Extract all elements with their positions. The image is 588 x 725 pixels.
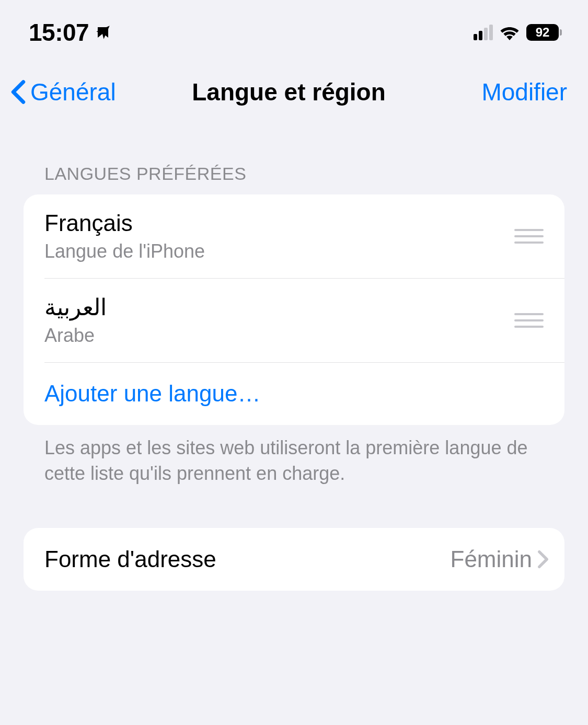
address-form-card: Forme d'adresse Féminin xyxy=(24,528,564,591)
status-bar: 15:07 92 xyxy=(0,0,588,62)
language-name: العربية xyxy=(44,294,107,320)
address-form-value-wrap: Féminin xyxy=(451,546,549,572)
edit-button[interactable]: Modifier xyxy=(481,78,567,106)
status-left: 15:07 xyxy=(29,18,112,47)
back-label: Général xyxy=(30,78,116,106)
language-row-text: Français Langue de l'iPhone xyxy=(44,210,205,262)
address-form-row[interactable]: Forme d'adresse Féminin xyxy=(24,528,564,591)
address-form-label: Forme d'adresse xyxy=(44,546,216,572)
language-row[interactable]: العربية Arabe xyxy=(24,278,564,362)
nav-bar: Général Langue et région Modifier xyxy=(0,62,588,127)
languages-card: Français Langue de l'iPhone العربية Arab… xyxy=(24,194,564,425)
language-subtitle: Langue de l'iPhone xyxy=(44,240,205,262)
drag-handle-icon[interactable] xyxy=(514,229,544,244)
language-subtitle: Arabe xyxy=(44,325,107,347)
drag-handle-icon[interactable] xyxy=(514,313,544,328)
back-button[interactable]: Général xyxy=(10,78,116,106)
language-row[interactable]: Français Langue de l'iPhone xyxy=(24,194,564,278)
battery-level: 92 xyxy=(536,25,550,40)
wifi-icon xyxy=(499,25,520,40)
location-icon xyxy=(94,24,112,41)
language-name: Français xyxy=(44,210,205,236)
add-language-row[interactable]: Ajouter une langue… xyxy=(24,362,564,425)
status-time: 15:07 xyxy=(29,18,89,47)
languages-header: LANGUES PRÉFÉRÉES xyxy=(24,164,564,194)
battery-icon: 92 xyxy=(526,24,562,41)
status-right: 92 xyxy=(474,24,562,41)
chevron-right-icon xyxy=(537,550,549,569)
cellular-icon xyxy=(474,25,493,40)
languages-footer: Les apps et les sites web utiliseront la… xyxy=(24,425,564,486)
content: LANGUES PRÉFÉRÉES Français Langue de l'i… xyxy=(0,127,588,591)
language-row-text: العربية Arabe xyxy=(44,294,107,347)
address-form-value: Féminin xyxy=(451,546,533,572)
add-language-label: Ajouter une langue… xyxy=(44,381,260,407)
